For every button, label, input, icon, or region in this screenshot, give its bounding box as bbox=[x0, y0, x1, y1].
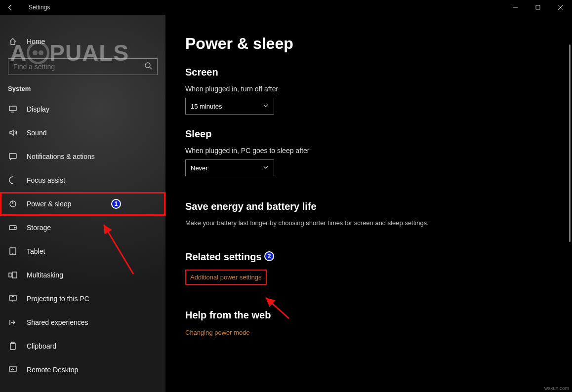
window-title: Settings bbox=[29, 4, 50, 11]
sidebar-item-notifications[interactable]: Notifications & actions bbox=[0, 145, 165, 168]
source-mark: wsxun.com bbox=[544, 386, 569, 391]
screen-heading: Screen bbox=[185, 67, 552, 78]
remote-desktop-icon bbox=[8, 365, 18, 374]
sidebar-item-projecting[interactable]: Projecting to this PC bbox=[0, 287, 165, 311]
annotation-badge-2: 2 bbox=[264, 251, 274, 261]
sidebar-item-label: Clipboard bbox=[27, 342, 56, 350]
arrow-left-icon bbox=[7, 4, 14, 11]
sound-icon bbox=[8, 128, 18, 137]
clipboard-icon bbox=[8, 342, 18, 351]
chevron-down-icon bbox=[263, 164, 269, 172]
storage-icon bbox=[8, 223, 18, 232]
sidebar-item-sound[interactable]: Sound bbox=[0, 121, 165, 145]
svg-rect-6 bbox=[9, 106, 16, 111]
close-icon bbox=[558, 5, 563, 10]
changing-power-mode-link[interactable]: Changing power mode bbox=[185, 329, 250, 336]
minimize-button[interactable] bbox=[504, 0, 527, 15]
nav-home[interactable]: Home bbox=[0, 30, 165, 53]
sidebar-item-power-sleep[interactable]: Power & sleep 1 bbox=[0, 192, 165, 216]
sidebar-item-focus-assist[interactable]: Focus assist bbox=[0, 168, 165, 192]
settings-window: Settings APUALS Home bbox=[0, 0, 572, 392]
sidebar-item-label: Focus assist bbox=[27, 176, 65, 184]
sidebar: APUALS Home System bbox=[0, 15, 165, 392]
sleep-heading: Sleep bbox=[185, 128, 552, 140]
screen-timeout-dropdown[interactable]: 15 minutes bbox=[185, 98, 274, 115]
chevron-down-icon bbox=[263, 103, 269, 110]
sidebar-item-label: Projecting to this PC bbox=[27, 295, 89, 303]
screen-timeout-value: 15 minutes bbox=[191, 103, 222, 110]
window-controls bbox=[504, 0, 572, 15]
annotation-badge-1: 1 bbox=[111, 199, 121, 209]
sidebar-item-label: Display bbox=[27, 105, 49, 113]
multitasking-icon bbox=[8, 271, 18, 279]
sidebar-item-label: Notifications & actions bbox=[27, 153, 95, 160]
svg-point-12 bbox=[14, 227, 15, 228]
screen-plugged-label: When plugged in, turn off after bbox=[185, 85, 552, 93]
annotation-arrow-1 bbox=[99, 220, 143, 279]
svg-rect-1 bbox=[536, 5, 540, 9]
back-button[interactable] bbox=[0, 4, 21, 11]
sleep-timeout-dropdown[interactable]: Never bbox=[185, 159, 274, 176]
svg-rect-8 bbox=[9, 154, 16, 158]
sidebar-item-label: Tablet bbox=[27, 247, 45, 255]
sidebar-item-label: Sound bbox=[27, 129, 46, 137]
annotation-arrow-2 bbox=[262, 294, 296, 323]
search-icon bbox=[144, 62, 152, 72]
svg-line-21 bbox=[104, 225, 133, 274]
sidebar-item-clipboard[interactable]: Clipboard bbox=[0, 334, 165, 358]
additional-power-settings-link[interactable]: Additional power settings bbox=[185, 270, 267, 285]
power-icon bbox=[8, 199, 18, 208]
svg-line-5 bbox=[150, 67, 152, 69]
minimize-icon bbox=[513, 5, 518, 10]
maximize-button[interactable] bbox=[527, 0, 549, 15]
sidebar-item-label: Power & sleep bbox=[27, 200, 71, 208]
svg-rect-15 bbox=[9, 273, 12, 277]
energy-desc: Make your battery last longer by choosin… bbox=[185, 219, 552, 227]
svg-point-4 bbox=[145, 63, 150, 68]
display-icon bbox=[8, 105, 18, 114]
nav-home-label: Home bbox=[27, 38, 45, 45]
sidebar-item-label: Shared experiences bbox=[27, 318, 88, 326]
svg-rect-18 bbox=[10, 343, 15, 350]
projecting-icon bbox=[8, 294, 18, 303]
focus-assist-icon bbox=[8, 176, 18, 185]
sidebar-item-label: Remote Desktop bbox=[27, 366, 78, 374]
related-heading: Related settings 2 bbox=[185, 251, 552, 263]
search-field[interactable] bbox=[13, 63, 144, 71]
tablet-icon bbox=[8, 247, 18, 256]
sidebar-item-label: Storage bbox=[27, 224, 51, 232]
scrollbar[interactable] bbox=[569, 44, 571, 242]
sidebar-item-label: Multitasking bbox=[27, 271, 63, 279]
home-icon bbox=[8, 38, 18, 45]
help-heading: Help from the web bbox=[185, 310, 552, 321]
notifications-icon bbox=[8, 152, 18, 161]
titlebar: Settings bbox=[0, 0, 572, 15]
svg-line-22 bbox=[266, 298, 289, 318]
maximize-icon bbox=[535, 5, 540, 10]
energy-heading: Save energy and battery life bbox=[185, 201, 552, 212]
sleep-timeout-value: Never bbox=[191, 164, 208, 172]
svg-rect-16 bbox=[12, 272, 17, 278]
page-title: Power & sleep bbox=[185, 35, 552, 53]
body: APUALS Home System bbox=[0, 15, 572, 392]
sidebar-category: System bbox=[0, 75, 165, 97]
sleep-plugged-label: When plugged in, PC goes to sleep after bbox=[185, 147, 552, 155]
shared-icon bbox=[8, 318, 18, 327]
search-input[interactable] bbox=[8, 58, 158, 75]
close-button[interactable] bbox=[549, 0, 572, 15]
content: Power & sleep Screen When plugged in, tu… bbox=[165, 15, 572, 392]
sidebar-item-remote-desktop[interactable]: Remote Desktop bbox=[0, 358, 165, 382]
sidebar-item-display[interactable]: Display bbox=[0, 97, 165, 121]
sidebar-item-shared-experiences[interactable]: Shared experiences bbox=[0, 311, 165, 334]
